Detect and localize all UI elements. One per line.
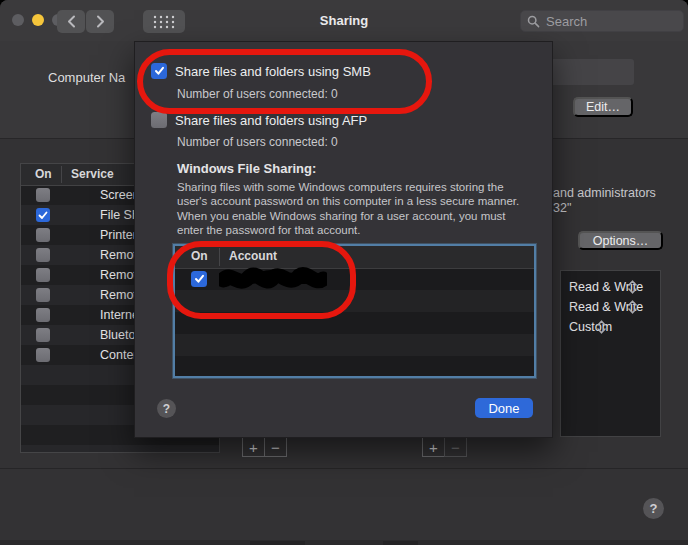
window-bottom-edge xyxy=(0,540,688,545)
redacted-account-name xyxy=(219,266,327,293)
done-button[interactable]: Done xyxy=(475,398,533,418)
checkbox-unchecked[interactable] xyxy=(36,328,50,342)
column-divider xyxy=(219,248,220,266)
search-icon xyxy=(527,15,540,28)
check-icon xyxy=(38,211,48,220)
search-field[interactable] xyxy=(520,10,684,32)
footer-divider xyxy=(0,468,688,469)
help-button[interactable]: ? xyxy=(643,498,664,519)
smb-checkbox-checked[interactable] xyxy=(151,63,167,79)
plus-icon: + xyxy=(429,439,438,456)
check-icon xyxy=(154,66,165,76)
column-header-account: Account xyxy=(229,249,277,263)
afp-checkbox-label: Share files and folders using AFP xyxy=(175,113,367,128)
stepper-icon[interactable] xyxy=(628,299,637,315)
plus-icon: + xyxy=(249,439,258,456)
add-shared-folder-button[interactable]: + xyxy=(242,437,265,457)
sharing-preferences-window: Sharing Computer Na Edit… On Service Scr… xyxy=(0,0,688,545)
sheet-help-button[interactable]: ? xyxy=(157,399,176,418)
smb-users-connected-status: Number of users connected: 0 xyxy=(177,87,338,101)
computer-name-label: Computer Na xyxy=(48,70,125,85)
minus-icon: − xyxy=(451,439,460,456)
column-divider xyxy=(61,166,62,183)
checkbox-unchecked[interactable] xyxy=(36,228,50,242)
search-input[interactable] xyxy=(544,13,677,30)
afp-checkbox-unchecked[interactable] xyxy=(151,112,167,128)
edit-button[interactable]: Edit… xyxy=(573,97,633,117)
question-icon: ? xyxy=(650,501,658,516)
windows-file-sharing-heading: Windows File Sharing: xyxy=(177,161,316,176)
stepper-icon[interactable] xyxy=(628,279,637,295)
permission-row[interactable]: Custom xyxy=(569,317,612,337)
column-header-on: On xyxy=(191,249,208,263)
minus-icon: − xyxy=(271,439,280,456)
add-user-button[interactable]: + xyxy=(422,437,445,457)
checkbox-unchecked[interactable] xyxy=(36,268,50,282)
column-header-service: Service xyxy=(71,167,114,181)
bottom-edge-shadow xyxy=(383,541,418,545)
permission-row[interactable]: Read & Write xyxy=(569,277,643,297)
column-header-on: On xyxy=(35,167,52,181)
checkbox-unchecked[interactable] xyxy=(36,248,50,262)
smb-checkbox-label: Share files and folders using SMB xyxy=(175,64,371,79)
remove-shared-folder-button[interactable]: − xyxy=(264,437,287,457)
checkbox-unchecked[interactable] xyxy=(36,348,50,362)
users-permissions-table[interactable]: Read & Write Read & Write Custom xyxy=(560,270,661,437)
size-text-fragment: 32" xyxy=(553,201,571,215)
checkbox-checked[interactable] xyxy=(36,208,50,222)
checkbox-unchecked[interactable] xyxy=(36,188,50,202)
administrators-text-fragment: and administrators xyxy=(553,186,656,200)
windows-file-sharing-description: Sharing files with some Windows computer… xyxy=(177,180,527,238)
bottom-edge-shadow xyxy=(250,541,305,545)
stepper-icon[interactable] xyxy=(597,319,606,335)
permission-row[interactable]: Read & Write xyxy=(569,297,643,317)
account-table[interactable]: On Account xyxy=(173,244,536,378)
computer-name-field[interactable] xyxy=(553,59,634,85)
checkbox-unchecked[interactable] xyxy=(36,288,50,302)
smb-sharing-sheet: Share files and folders using SMB Number… xyxy=(134,41,553,438)
afp-users-connected-status: Number of users connected: 0 xyxy=(177,135,338,149)
checkbox-unchecked[interactable] xyxy=(36,308,50,322)
titlebar: Sharing xyxy=(0,0,688,42)
check-icon xyxy=(194,274,205,284)
account-row[interactable] xyxy=(175,268,534,290)
options-button[interactable]: Options… xyxy=(578,231,663,250)
question-icon: ? xyxy=(163,402,170,416)
account-checkbox-checked[interactable] xyxy=(191,271,207,287)
remove-user-button[interactable]: − xyxy=(444,437,467,457)
